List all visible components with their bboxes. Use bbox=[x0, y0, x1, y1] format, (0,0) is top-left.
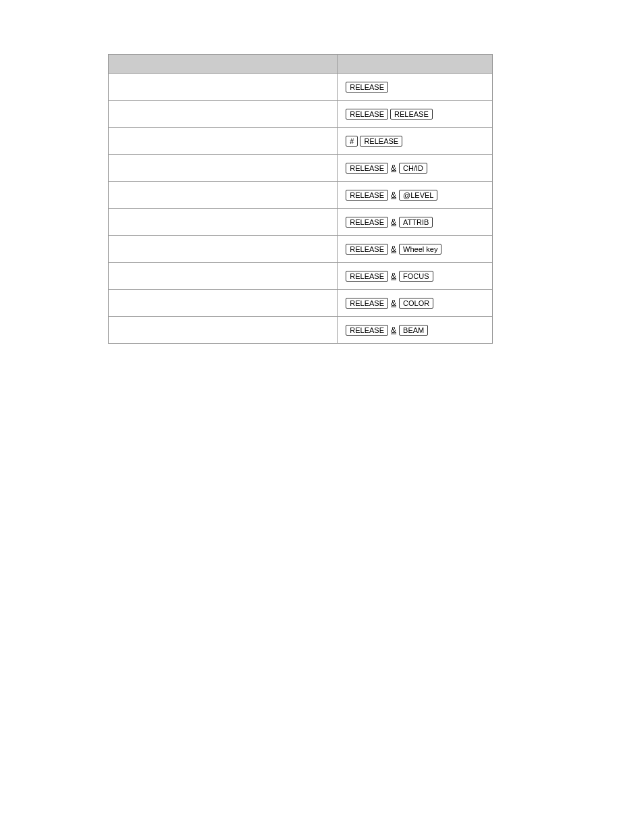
row-keys: #RELEASE bbox=[338, 128, 493, 155]
row-description bbox=[109, 209, 338, 236]
ampersand-symbol: & bbox=[390, 298, 397, 308]
row-description bbox=[109, 236, 338, 263]
row-description bbox=[109, 182, 338, 209]
table-header-row bbox=[109, 55, 493, 74]
ampersand-symbol: & bbox=[390, 271, 397, 281]
table-row: RELEASE&@LEVEL bbox=[109, 182, 493, 209]
table-row: RELEASE&FOCUS bbox=[109, 263, 493, 290]
ampersand-symbol: & bbox=[390, 190, 397, 200]
row-keys: RELEASERELEASE bbox=[338, 101, 493, 128]
ampersand-symbol: & bbox=[390, 244, 397, 254]
main-table: RELEASERELEASERELEASE#RELEASERELEASE&CH/… bbox=[108, 54, 493, 344]
row-keys: RELEASE&FOCUS bbox=[338, 263, 493, 290]
table-row: RELEASE&CH/ID bbox=[109, 155, 493, 182]
row-keys: RELEASE&@LEVEL bbox=[338, 182, 493, 209]
page-wrapper: RELEASERELEASERELEASE#RELEASERELEASE&CH/… bbox=[0, 0, 644, 398]
header-col-description bbox=[109, 55, 338, 74]
keyboard-key: RELEASE bbox=[346, 271, 388, 282]
table-row: RELEASERELEASE bbox=[109, 101, 493, 128]
row-description bbox=[109, 101, 338, 128]
row-description bbox=[109, 290, 338, 317]
keyboard-key: FOCUS bbox=[399, 271, 433, 282]
keyboard-key: RELEASE bbox=[346, 190, 388, 201]
row-keys: RELEASE&Wheel key bbox=[338, 236, 493, 263]
keyboard-key: RELEASE bbox=[360, 136, 402, 147]
keyboard-key: RELEASE bbox=[390, 109, 433, 120]
row-keys: RELEASE bbox=[338, 74, 493, 101]
keyboard-key: BEAM bbox=[399, 325, 428, 336]
keyboard-key: RELEASE bbox=[346, 82, 388, 93]
table-row: RELEASE&Wheel key bbox=[109, 236, 493, 263]
row-keys: RELEASE&BEAM bbox=[338, 317, 493, 344]
row-description bbox=[109, 74, 338, 101]
row-keys: RELEASE&CH/ID bbox=[338, 155, 493, 182]
ampersand-symbol: & bbox=[390, 325, 397, 335]
row-description bbox=[109, 263, 338, 290]
keyboard-key: COLOR bbox=[399, 298, 433, 309]
keyboard-key: Wheel key bbox=[399, 244, 441, 255]
table-row: RELEASE&COLOR bbox=[109, 290, 493, 317]
row-description bbox=[109, 155, 338, 182]
row-keys: RELEASE&COLOR bbox=[338, 290, 493, 317]
table-row: RELEASE&ATTRIB bbox=[109, 209, 493, 236]
keyboard-key: RELEASE bbox=[346, 298, 388, 309]
row-description bbox=[109, 128, 338, 155]
table-row: #RELEASE bbox=[109, 128, 493, 155]
keyboard-key: # bbox=[346, 136, 358, 147]
ampersand-symbol: & bbox=[390, 163, 397, 173]
table-row: RELEASE bbox=[109, 74, 493, 101]
row-description bbox=[109, 317, 338, 344]
table-row: RELEASE&BEAM bbox=[109, 317, 493, 344]
keyboard-key: RELEASE bbox=[346, 217, 388, 228]
keyboard-key: RELEASE bbox=[346, 244, 388, 255]
keyboard-key: ATTRIB bbox=[399, 217, 433, 228]
keyboard-key: RELEASE bbox=[346, 109, 388, 120]
ampersand-symbol: & bbox=[390, 217, 397, 227]
keyboard-key: RELEASE bbox=[346, 163, 388, 174]
keyboard-key: RELEASE bbox=[346, 325, 388, 336]
keyboard-key: @LEVEL bbox=[399, 190, 437, 201]
keyboard-key: CH/ID bbox=[399, 163, 427, 174]
row-keys: RELEASE&ATTRIB bbox=[338, 209, 493, 236]
header-col-keys bbox=[338, 55, 493, 74]
